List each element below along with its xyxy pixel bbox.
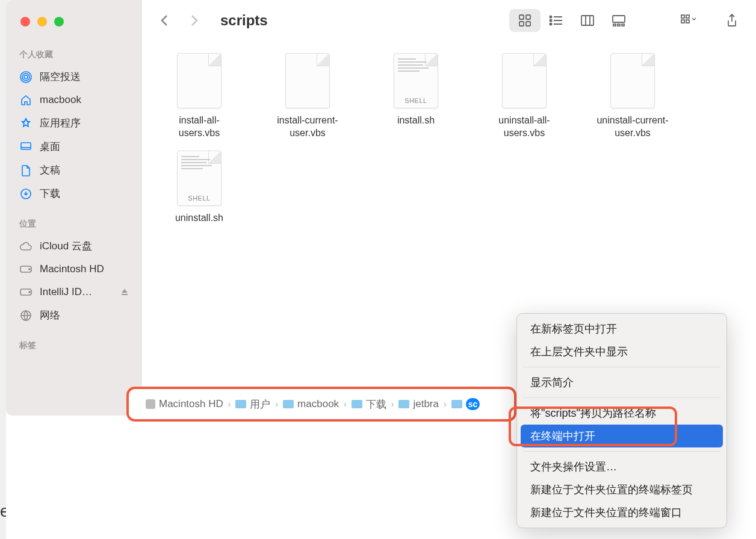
apps-icon	[19, 117, 33, 130]
sidebar-item-label: iCloud 云盘	[40, 239, 92, 253]
svg-rect-19	[613, 24, 616, 26]
context-menu: 在新标签页中打开 在上层文件夹中显示 显示简介 将"scripts"拷贝为路径名…	[516, 313, 727, 528]
menu-open-in-terminal[interactable]: 在终端中打开	[521, 425, 723, 447]
cloud-icon	[19, 240, 33, 253]
file-item[interactable]: uninstall-current-user.vbs	[593, 53, 672, 140]
breadcrumb-item[interactable]: 下载	[352, 397, 386, 411]
sidebar-item-airdrop[interactable]: 隔空投送	[6, 65, 142, 89]
sidebar-item-desktop[interactable]: 桌面	[6, 135, 142, 158]
desktop-icon	[19, 140, 33, 154]
sidebar-item-label: 桌面	[40, 140, 60, 154]
folder-icon	[398, 400, 409, 408]
svg-rect-25	[686, 20, 689, 23]
svg-rect-13	[526, 22, 530, 26]
svg-rect-12	[519, 22, 524, 26]
window-title: scripts	[220, 12, 268, 29]
svg-rect-10	[519, 15, 524, 19]
column-view-button[interactable]	[572, 9, 603, 32]
menu-new-terminal-window[interactable]: 新建位于文件夹位置的终端窗口	[517, 501, 727, 524]
sidebar-item-intellij[interactable]: IntelliJ ID…	[6, 281, 142, 304]
svg-rect-22	[681, 15, 684, 18]
file-icon	[285, 53, 330, 108]
menu-get-info[interactable]: 显示简介	[517, 371, 727, 394]
menu-separator	[523, 397, 720, 398]
minimize-button[interactable]	[37, 17, 47, 26]
file-item[interactable]: install.sh	[377, 53, 455, 140]
svg-point-14	[550, 16, 552, 17]
eject-icon[interactable]	[120, 288, 129, 296]
svg-rect-24	[686, 15, 689, 18]
download-icon	[19, 187, 33, 201]
svg-point-16	[550, 23, 552, 25]
sidebar-item-label: 网络	[40, 308, 60, 322]
list-view-button[interactable]	[541, 9, 572, 32]
shell-file-icon	[394, 53, 438, 108]
sidebar-item-home[interactable]: macbook	[6, 89, 142, 111]
breadcrumb-item[interactable]: sc	[451, 398, 480, 410]
sidebar-section-locations: 位置	[6, 215, 142, 234]
breadcrumb-label: jetbra	[413, 398, 439, 410]
zoom-button[interactable]	[54, 17, 64, 26]
menu-folder-actions[interactable]: 文件夹操作设置…	[517, 455, 727, 478]
close-button[interactable]	[20, 17, 30, 26]
sidebar-item-label: 文稿	[40, 163, 60, 177]
back-button[interactable]	[153, 8, 177, 33]
sidebar-item-label: 下载	[40, 187, 60, 201]
sidebar-item-documents[interactable]: 文稿	[6, 158, 142, 182]
hd-icon	[146, 399, 155, 409]
menu-show-in-enclosing[interactable]: 在上层文件夹中显示	[517, 340, 727, 363]
breadcrumb-item[interactable]: jetbra	[398, 398, 439, 410]
airdrop-icon	[19, 70, 33, 84]
svg-point-8	[29, 291, 30, 293]
sidebar: 个人收藏 隔空投送 macbook 应用程序 桌面 文稿	[6, 0, 142, 416]
svg-rect-20	[618, 24, 620, 26]
file-icon	[610, 53, 655, 108]
svg-rect-23	[681, 20, 684, 23]
disk-icon	[19, 263, 33, 276]
gallery-view-button[interactable]	[603, 9, 634, 32]
file-name: install-all-users.vbs	[160, 114, 238, 140]
disk-icon	[19, 285, 33, 299]
breadcrumb-item[interactable]: Macintosh HD	[146, 398, 223, 410]
svg-point-15	[550, 19, 552, 21]
toolbar: scripts	[142, 0, 756, 41]
svg-rect-18	[613, 16, 625, 22]
svg-point-1	[22, 73, 29, 81]
icon-view-button[interactable]	[509, 9, 541, 32]
view-switcher	[509, 9, 634, 32]
sidebar-item-network[interactable]: 网络	[6, 304, 142, 327]
svg-rect-17	[581, 16, 593, 25]
breadcrumb-item[interactable]: macbook	[283, 398, 339, 410]
path-bar[interactable]: Macintosh HD › 用户 › macbook › 下载 › jetbr…	[126, 387, 516, 422]
file-name: uninstall.sh	[175, 212, 223, 225]
sidebar-item-macintosh-hd[interactable]: Macintosh HD	[6, 258, 142, 281]
file-item[interactable]: uninstall.sh	[160, 151, 238, 225]
menu-new-terminal-tab[interactable]: 新建位于文件夹位置的终端标签页	[517, 478, 727, 501]
svg-rect-11	[526, 15, 530, 19]
share-button[interactable]	[719, 9, 745, 32]
menu-copy-as-path[interactable]: 将"scripts"拷贝为路径名称	[517, 402, 727, 425]
sidebar-section-favorites: 个人收藏	[6, 46, 142, 65]
doc-icon	[19, 164, 33, 177]
file-item[interactable]: install-current-user.vbs	[268, 53, 347, 140]
breadcrumb-label: macbook	[297, 398, 339, 410]
folder-icon	[352, 400, 362, 408]
chevron-right-icon: ›	[391, 399, 394, 409]
globe-icon	[19, 309, 33, 322]
file-item[interactable]: install-all-users.vbs	[160, 53, 238, 140]
group-button[interactable]	[675, 9, 702, 32]
menu-separator	[523, 451, 720, 452]
chevron-right-icon: ›	[275, 399, 278, 409]
file-item[interactable]: uninstall-all-users.vbs	[485, 53, 563, 140]
breadcrumb-item[interactable]: 用户	[235, 397, 270, 411]
forward-button[interactable]	[182, 8, 206, 33]
sidebar-item-icloud[interactable]: iCloud 云盘	[6, 234, 142, 258]
file-name: uninstall-all-users.vbs	[485, 114, 563, 140]
sidebar-item-applications[interactable]: 应用程序	[6, 111, 142, 135]
menu-separator	[523, 367, 720, 367]
sidebar-item-downloads[interactable]: 下载	[6, 182, 142, 205]
folder-icon	[451, 400, 462, 408]
sidebar-item-label: IntelliJ ID…	[40, 286, 92, 298]
menu-open-new-tab[interactable]: 在新标签页中打开	[517, 317, 727, 340]
sidebar-item-label: 隔空投送	[40, 70, 81, 84]
